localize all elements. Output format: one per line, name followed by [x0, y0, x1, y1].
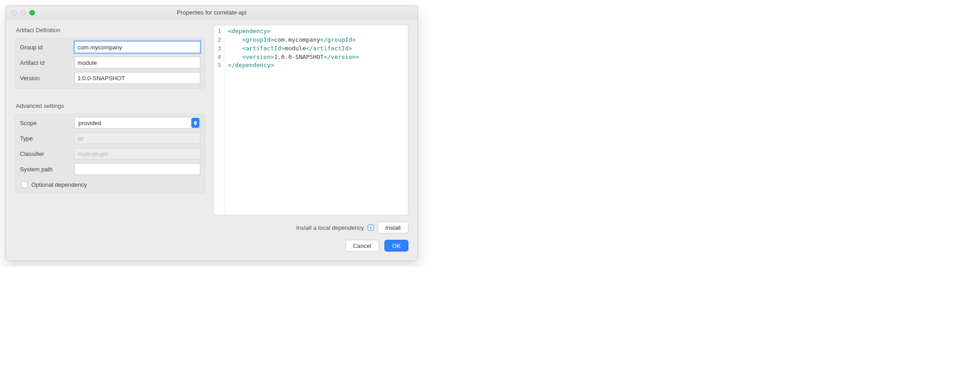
close-window-icon[interactable] [11, 10, 17, 15]
artifact-id-row: Artifact id [20, 57, 200, 68]
scope-select[interactable]: provided [74, 117, 200, 129]
properties-dialog: Properties for correlate-api Artifact De… [5, 5, 418, 261]
classifier-input [74, 148, 200, 160]
advanced-settings-section: Advanced settings Scope provided [15, 101, 205, 193]
line-number: 2 [218, 36, 221, 44]
install-button[interactable]: Install [378, 222, 408, 233]
minimize-window-icon[interactable] [20, 10, 26, 15]
dialog-body: Artifact Definition Group id Artifact id… [6, 19, 417, 219]
form-column: Artifact Definition Group id Artifact id… [15, 25, 205, 215]
version-row: Version [20, 72, 200, 84]
system-path-row: System path [20, 163, 200, 175]
code-line: <version>1.0.0-SNAPSHOT</version> [228, 53, 359, 62]
titlebar: Properties for correlate-api [6, 6, 417, 19]
type-label: Type [20, 135, 70, 142]
install-help-text: Install a local dependency [296, 224, 364, 231]
line-number: 1 [218, 27, 221, 36]
dialog-footer: Install a local dependency i Install Can… [6, 219, 417, 261]
xml-preview: 12345 <dependency> <groupId>com.mycompan… [213, 25, 408, 215]
classifier-row: Classifier [20, 148, 200, 160]
optional-dependency-row: Optional dependency [20, 179, 200, 188]
optional-dependency-checkbox[interactable] [21, 181, 28, 188]
code-line: <dependency> [228, 27, 359, 36]
install-row: Install a local dependency i Install [296, 222, 408, 233]
line-number: 5 [218, 61, 221, 70]
code-line: <artifactId>module</artifactId> [228, 44, 359, 53]
line-number: 3 [218, 44, 221, 53]
type-input [74, 132, 200, 144]
group-id-input[interactable] [74, 41, 200, 53]
classifier-label: Classifier [20, 150, 70, 157]
zoom-window-icon[interactable] [29, 10, 35, 15]
scope-row: Scope provided [20, 117, 200, 129]
advanced-settings-heading: Advanced settings [15, 101, 205, 114]
artifact-definition-heading: Artifact Definition [15, 25, 205, 38]
line-gutter: 12345 [214, 25, 224, 215]
button-row: Cancel OK [345, 240, 408, 252]
group-id-label: Group id [20, 44, 70, 51]
scope-label: Scope [20, 120, 70, 126]
line-number: 4 [218, 53, 221, 62]
ok-button[interactable]: OK [384, 240, 408, 252]
system-path-input[interactable] [74, 163, 200, 175]
artifact-id-input[interactable] [74, 57, 200, 68]
system-path-label: System path [20, 166, 70, 173]
xml-code[interactable]: <dependency> <groupId>com.mycompany</gro… [224, 25, 363, 215]
scope-select-wrap[interactable]: provided [74, 117, 200, 129]
artifact-id-label: Artifact id [20, 59, 70, 66]
version-label: Version [20, 75, 70, 82]
group-id-row: Group id [20, 41, 200, 53]
window-title: Properties for correlate-api [6, 9, 417, 16]
code-line: </dependency> [228, 61, 359, 70]
info-icon[interactable]: i [368, 224, 374, 231]
cancel-button[interactable]: Cancel [345, 240, 379, 252]
version-input[interactable] [74, 72, 200, 84]
code-line: <groupId>com.mycompany</groupId> [228, 36, 359, 44]
advanced-settings-group: Scope provided Type [15, 114, 205, 193]
artifact-definition-section: Artifact Definition Group id Artifact id… [15, 25, 205, 89]
type-row: Type [20, 132, 200, 144]
artifact-definition-group: Group id Artifact id Version [15, 38, 205, 89]
optional-dependency-label: Optional dependency [31, 181, 87, 188]
traffic-lights [6, 10, 35, 15]
